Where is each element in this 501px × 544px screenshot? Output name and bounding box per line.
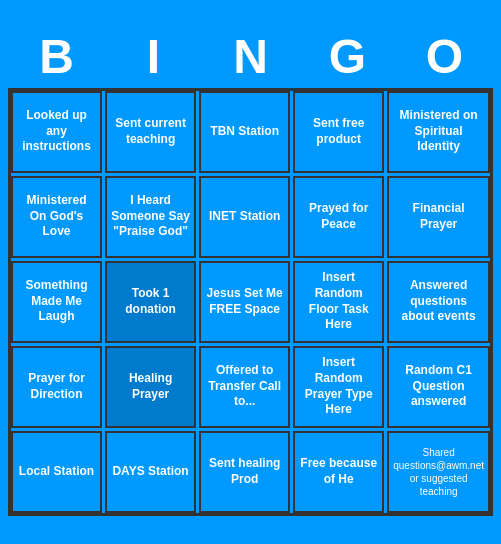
bingo-cell-r0-c3: Sent free product xyxy=(293,91,384,173)
bingo-cell-r3-c1: Healing Prayer xyxy=(105,346,196,428)
bingo-cell-r2-c2: Jesus Set Me FREE Space xyxy=(199,261,290,343)
bingo-cell-r3-c4: Random C1 Question answered xyxy=(387,346,490,428)
bingo-cell-r2-c3: Insert Random Floor Task Here xyxy=(293,261,384,343)
bingo-letter-n: N xyxy=(206,29,296,84)
bingo-header: BINGO xyxy=(8,29,493,84)
bingo-cell-r4-c1: DAYS Station xyxy=(105,431,196,513)
bingo-cell-r4-c3: Free because of He xyxy=(293,431,384,513)
bingo-letter-o: O xyxy=(400,29,490,84)
bingo-cell-r0-c1: Sent current teaching xyxy=(105,91,196,173)
bingo-cell-r4-c2: Sent healing Prod xyxy=(199,431,290,513)
bingo-cell-r1-c3: Prayed for Peace xyxy=(293,176,384,258)
bingo-cell-r1-c4: Financial Prayer xyxy=(387,176,490,258)
bingo-grid: Looked up any instructionsSent current t… xyxy=(8,88,493,516)
bingo-cell-r3-c2: Offered to Transfer Call to... xyxy=(199,346,290,428)
bingo-cell-r3-c3: Insert Random Prayer Type Here xyxy=(293,346,384,428)
bingo-cell-r1-c0: Ministered On God's Love xyxy=(11,176,102,258)
bingo-cell-r0-c2: TBN Station xyxy=(199,91,290,173)
bingo-cell-r0-c0: Looked up any instructions xyxy=(11,91,102,173)
bingo-cell-r2-c4: Answered questions about events xyxy=(387,261,490,343)
bingo-letter-b: B xyxy=(12,29,102,84)
bingo-cell-r4-c4: Shared questions@awm.net or suggested te… xyxy=(387,431,490,513)
bingo-cell-r3-c0: Prayer for Direction xyxy=(11,346,102,428)
bingo-cell-r4-c0: Local Station xyxy=(11,431,102,513)
bingo-cell-r2-c0: Something Made Me Laugh xyxy=(11,261,102,343)
bingo-cell-r0-c4: Ministered on Spiritual Identity xyxy=(387,91,490,173)
bingo-card: BINGO Looked up any instructionsSent cur… xyxy=(0,21,501,524)
bingo-letter-g: G xyxy=(303,29,393,84)
bingo-letter-i: I xyxy=(109,29,199,84)
bingo-cell-r1-c1: I Heard Someone Say "Praise God" xyxy=(105,176,196,258)
bingo-cell-r2-c1: Took 1 donation xyxy=(105,261,196,343)
bingo-cell-r1-c2: INET Station xyxy=(199,176,290,258)
